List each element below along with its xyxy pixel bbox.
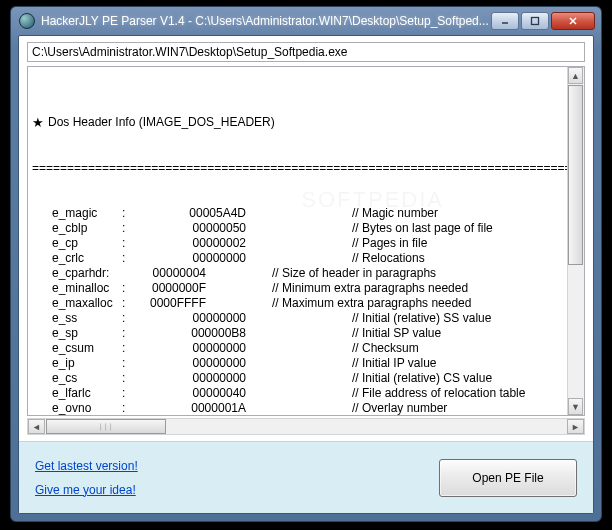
field-colon: : (122, 281, 132, 296)
header-field-row: e_csum:00000000// Checksum (32, 341, 580, 356)
field-value: 0000000F (132, 281, 212, 296)
field-value: 00000000 (132, 356, 252, 371)
field-colon: : (122, 296, 132, 311)
field-name: e_cparhdr: (32, 266, 122, 281)
field-name: e_ss (32, 311, 122, 326)
titlebar[interactable]: HackerJLY PE Parser V1.4 - C:\Users\Admi… (11, 7, 601, 35)
field-name: e_ip (32, 356, 122, 371)
output-text[interactable]: SOFTPEDIA ★Dos Header Info (IMAGE_DOS_HE… (28, 67, 584, 415)
field-comment: // Pages in file (252, 236, 580, 251)
field-comment: // Maximum extra paragraphs needed (212, 296, 580, 311)
field-value: 00000002 (132, 236, 252, 251)
window-title: HackerJLY PE Parser V1.4 - C:\Users\Admi… (41, 14, 489, 28)
vertical-scrollbar[interactable]: ▲ ▼ (567, 67, 584, 415)
maximize-button[interactable] (521, 12, 549, 30)
scroll-down-arrow-icon[interactable]: ▼ (568, 398, 583, 415)
client-area: SOFTPEDIA ★Dos Header Info (IMAGE_DOS_HE… (18, 35, 594, 514)
field-name: e_cp (32, 236, 122, 251)
field-name: e_cs (32, 371, 122, 386)
field-comment: // Minimum extra paragraphs needed (212, 281, 580, 296)
header-field-row: e_ss:00000000// Initial (relative) SS va… (32, 311, 580, 326)
field-name: e_sp (32, 326, 122, 341)
header-field-row: e_lfarlc:00000040// File address of relo… (32, 386, 580, 401)
header-field-row: e_ovno:0000001A// Overlay number (32, 401, 580, 415)
open-pe-file-button[interactable]: Open PE File (439, 459, 577, 497)
field-comment: // Relocations (252, 251, 580, 266)
field-value: 00000040 (132, 386, 252, 401)
field-comment: // Initial (relative) SS value (252, 311, 580, 326)
field-colon: : (122, 356, 132, 371)
minimize-button[interactable] (491, 12, 519, 30)
field-name: e_magic (32, 206, 122, 221)
field-colon: : (122, 386, 132, 401)
header-field-row: e_minalloc:0000000F// Minimum extra para… (32, 281, 580, 296)
field-value: 00000000 (132, 311, 252, 326)
field-value: 00000050 (132, 221, 252, 236)
file-path-input[interactable] (27, 42, 585, 62)
field-value: 00000000 (132, 371, 252, 386)
field-colon: : (122, 341, 132, 356)
field-colon: : (122, 251, 132, 266)
field-comment: // Magic number (252, 206, 580, 221)
field-comment: // Initial SP value (252, 326, 580, 341)
field-name: e_csum (32, 341, 122, 356)
field-comment: // Initial IP value (252, 356, 580, 371)
header-field-row: e_ip:00000000// Initial IP value (32, 356, 580, 371)
field-name: e_cblp (32, 221, 122, 236)
star-icon: ★ (32, 115, 44, 130)
output-panel: SOFTPEDIA ★Dos Header Info (IMAGE_DOS_HE… (27, 66, 585, 416)
field-colon (122, 266, 132, 281)
field-name: e_maxalloc (32, 296, 122, 311)
field-comment: // Bytes on last page of file (252, 221, 580, 236)
field-name: e_lfarlc (32, 386, 122, 401)
footer-panel: Get lastest version! Give me your idea! … (19, 441, 593, 513)
field-value: 000000B8 (132, 326, 252, 341)
field-name: e_minalloc (32, 281, 122, 296)
header-field-row: e_maxalloc:0000FFFF// Maximum extra para… (32, 296, 580, 311)
header-field-row: e_cs:00000000// Initial (relative) CS va… (32, 371, 580, 386)
field-name: e_ovno (32, 401, 122, 415)
field-comment: // Initial (relative) CS value (252, 371, 580, 386)
header-field-row: e_magic:00005A4D// Magic number (32, 206, 580, 221)
header-field-row: e_cparhdr:00000004// Size of header in p… (32, 266, 580, 281)
watermark: SOFTPEDIA (301, 192, 444, 207)
field-value: 00000000 (132, 251, 252, 266)
header-field-row: e_crlc:00000000// Relocations (32, 251, 580, 266)
field-comment: // Size of header in paragraphs (212, 266, 580, 281)
app-icon (19, 13, 35, 29)
scroll-up-arrow-icon[interactable]: ▲ (568, 67, 583, 84)
field-value: 00000000 (132, 341, 252, 356)
field-name: e_crlc (32, 251, 122, 266)
horizontal-scrollbar[interactable]: ◄ ∣∣∣ ► (27, 418, 585, 435)
field-value: 00000004 (132, 266, 212, 281)
give-idea-link[interactable]: Give me your idea! (35, 483, 439, 497)
field-colon: : (122, 326, 132, 341)
field-colon: : (122, 311, 132, 326)
field-colon: : (122, 206, 132, 221)
field-colon: : (122, 236, 132, 251)
close-button[interactable] (551, 12, 595, 30)
header-field-row: e_cp:00000002// Pages in file (32, 236, 580, 251)
svg-rect-1 (532, 18, 539, 25)
separator-line: ========================================… (32, 161, 580, 176)
header-field-row: e_sp:000000B8// Initial SP value (32, 326, 580, 341)
app-window: HackerJLY PE Parser V1.4 - C:\Users\Admi… (10, 6, 602, 522)
section-title: Dos Header Info (IMAGE_DOS_HEADER) (48, 115, 275, 130)
field-colon: : (122, 401, 132, 415)
scroll-left-arrow-icon[interactable]: ◄ (28, 419, 45, 434)
field-comment: // Checksum (252, 341, 580, 356)
field-comment: // File address of relocation table (252, 386, 580, 401)
field-value: 0000001A (132, 401, 252, 415)
header-field-row: e_cblp:00000050// Bytes on last page of … (32, 221, 580, 236)
field-colon: : (122, 371, 132, 386)
get-version-link[interactable]: Get lastest version! (35, 459, 439, 473)
field-colon: : (122, 221, 132, 236)
scroll-thumb[interactable]: ∣∣∣ (46, 419, 166, 434)
field-comment: // Overlay number (252, 401, 580, 415)
field-value: 00005A4D (132, 206, 252, 221)
field-value: 0000FFFF (132, 296, 212, 311)
scroll-right-arrow-icon[interactable]: ► (567, 419, 584, 434)
scroll-thumb[interactable] (568, 85, 583, 265)
